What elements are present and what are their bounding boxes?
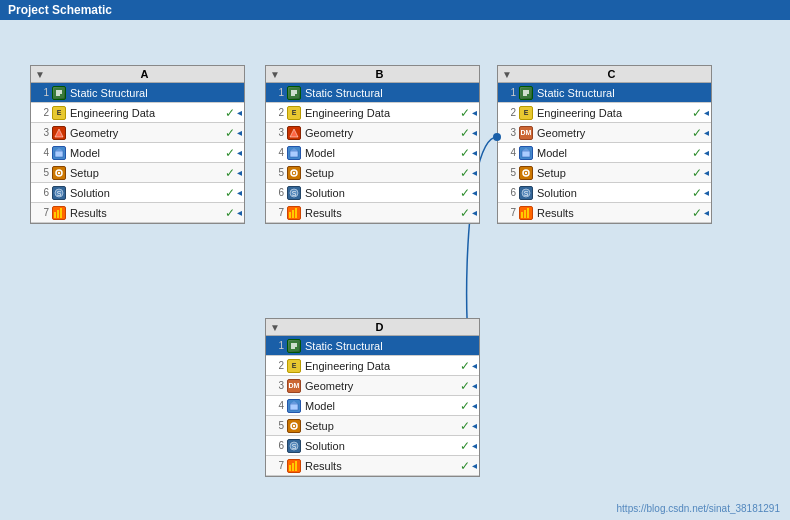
row-num-D-2: 2 <box>268 360 284 371</box>
row-label-C-2: Engineering Data <box>537 107 692 119</box>
row-check-A-4: ✓ <box>225 146 235 160</box>
svg-point-48 <box>293 424 295 426</box>
row-num-C-7: 7 <box>500 207 516 218</box>
row-label-B-1: Static Structural <box>305 87 477 99</box>
row-label-C-1: Static Structural <box>537 87 709 99</box>
row-check-D-6: ✓ <box>460 439 470 453</box>
row-D-4[interactable]: 4 Model ✓ ◂ <box>266 396 479 416</box>
row-arrow-C-7: ◂ <box>704 207 709 218</box>
row-label-D-6: Solution <box>305 440 460 452</box>
row-label-A-2: Engineering Data <box>70 107 225 119</box>
row-check-B-7: ✓ <box>460 206 470 220</box>
row-num-D-6: 6 <box>268 440 284 451</box>
row-check-B-5: ✓ <box>460 166 470 180</box>
svg-marker-18 <box>290 129 298 137</box>
row-label-D-1: Static Structural <box>305 340 477 352</box>
row-label-B-7: Results <box>305 207 460 219</box>
block-frame-C: ▼ C 1 Static Structural 2 E Engineering … <box>497 65 712 224</box>
row-C-5[interactable]: 5 Setup ✓ ◂ <box>498 163 711 183</box>
row-B-5[interactable]: 5 Setup ✓ ◂ <box>266 163 479 183</box>
svg-rect-45 <box>290 404 298 410</box>
row-D-2[interactable]: 2 E Engineering Data ✓ ◂ <box>266 356 479 376</box>
svg-rect-25 <box>289 212 291 218</box>
row-D-6[interactable]: 6 S Solution ✓ ◂ <box>266 436 479 456</box>
block-B: ▼ B 1 Static Structural 2 E Engineering … <box>265 65 313 81</box>
row-num-A-2: 2 <box>33 107 49 118</box>
row-check-D-4: ✓ <box>460 399 470 413</box>
svg-marker-4 <box>55 129 63 137</box>
svg-text:S: S <box>57 190 62 197</box>
row-arrow-D-6: ◂ <box>472 440 477 451</box>
connection-dot-C <box>493 133 501 141</box>
svg-rect-40 <box>527 208 529 218</box>
row-arrow-A-5: ◂ <box>237 167 242 178</box>
row-label-A-1: Static Structural <box>70 87 242 99</box>
row-label-B-6: Solution <box>305 187 460 199</box>
row-num-C-3: 3 <box>500 127 516 138</box>
row-C-1[interactable]: 1 Static Structural <box>498 83 711 103</box>
block-header-B: ▼ B <box>266 66 479 83</box>
canvas: ▼ A 1 Static Structural 2 E Engineering … <box>0 20 790 520</box>
collapse-icon-B[interactable]: ▼ <box>270 69 280 80</box>
row-arrow-D-5: ◂ <box>472 420 477 431</box>
block-D: ▼ D 1 Static Structural 2 E Engineering … <box>265 318 340 334</box>
svg-rect-53 <box>295 461 297 471</box>
row-D-1[interactable]: 1 Static Structural <box>266 336 479 356</box>
row-arrow-B-4: ◂ <box>472 147 477 158</box>
row-C-2[interactable]: 2 E Engineering Data ✓ ◂ <box>498 103 711 123</box>
row-arrow-C-4: ◂ <box>704 147 709 158</box>
row-D-5[interactable]: 5 Setup ✓ ◂ <box>266 416 479 436</box>
row-label-A-6: Solution <box>70 187 225 199</box>
collapse-icon-A[interactable]: ▼ <box>35 69 45 80</box>
row-C-7[interactable]: 7 Results ✓ ◂ <box>498 203 711 223</box>
row-check-C-6: ✓ <box>692 186 702 200</box>
svg-rect-51 <box>289 465 291 471</box>
row-A-6[interactable]: 6 S Solution ✓ ◂ <box>31 183 244 203</box>
row-num-B-3: 3 <box>268 127 284 138</box>
row-B-6[interactable]: 6 S Solution ✓ ◂ <box>266 183 479 203</box>
row-label-D-7: Results <box>305 460 460 472</box>
svg-marker-20 <box>290 148 298 151</box>
row-label-D-4: Model <box>305 400 460 412</box>
row-A-7[interactable]: 7 Results ✓ ◂ <box>31 203 244 223</box>
block-C: ▼ C 1 Static Structural 2 E Engineering … <box>497 65 565 81</box>
row-B-1[interactable]: 1 Static Structural <box>266 83 479 103</box>
row-A-5[interactable]: 5 Setup ✓ ◂ <box>31 163 244 183</box>
row-C-6[interactable]: 6 S Solution ✓ ◂ <box>498 183 711 203</box>
row-check-C-2: ✓ <box>692 106 702 120</box>
block-title-A: A <box>49 68 240 80</box>
row-A-2[interactable]: 2 E Engineering Data ✓ ◂ <box>31 103 244 123</box>
row-check-A-3: ✓ <box>225 126 235 140</box>
row-check-B-6: ✓ <box>460 186 470 200</box>
row-D-7[interactable]: 7 Results ✓ ◂ <box>266 456 479 476</box>
row-C-4[interactable]: 4 Model ✓ ◂ <box>498 143 711 163</box>
row-arrow-D-3: ◂ <box>472 380 477 391</box>
row-A-3[interactable]: 3 Geometry ✓ ◂ <box>31 123 244 143</box>
row-A-1[interactable]: 1 Static Structural <box>31 83 244 103</box>
row-arrow-A-2: ◂ <box>237 107 242 118</box>
row-D-3[interactable]: 3 DM Geometry ✓ ◂ <box>266 376 479 396</box>
row-arrow-A-7: ◂ <box>237 207 242 218</box>
row-arrow-B-7: ◂ <box>472 207 477 218</box>
row-C-3[interactable]: 3 DM Geometry ✓ ◂ <box>498 123 711 143</box>
row-num-D-3: 3 <box>268 380 284 391</box>
row-B-3[interactable]: 3 Geometry ✓ ◂ <box>266 123 479 143</box>
row-A-4[interactable]: 4 Model ✓ ◂ <box>31 143 244 163</box>
row-label-B-3: Geometry <box>305 127 460 139</box>
svg-rect-39 <box>524 210 526 218</box>
row-B-2[interactable]: 2 E Engineering Data ✓ ◂ <box>266 103 479 123</box>
row-check-A-7: ✓ <box>225 206 235 220</box>
row-num-A-3: 3 <box>33 127 49 138</box>
row-check-C-7: ✓ <box>692 206 702 220</box>
watermark: https://blog.csdn.net/sinat_38181291 <box>617 503 780 514</box>
row-num-A-4: 4 <box>33 147 49 158</box>
row-check-B-4: ✓ <box>460 146 470 160</box>
row-arrow-C-5: ◂ <box>704 167 709 178</box>
collapse-icon-D[interactable]: ▼ <box>270 322 280 333</box>
row-num-B-4: 4 <box>268 147 284 158</box>
row-B-7[interactable]: 7 Results ✓ ◂ <box>266 203 479 223</box>
row-label-C-3: Geometry <box>537 127 692 139</box>
row-B-4[interactable]: 4 Model ✓ ◂ <box>266 143 479 163</box>
row-check-D-2: ✓ <box>460 359 470 373</box>
collapse-icon-C[interactable]: ▼ <box>502 69 512 80</box>
